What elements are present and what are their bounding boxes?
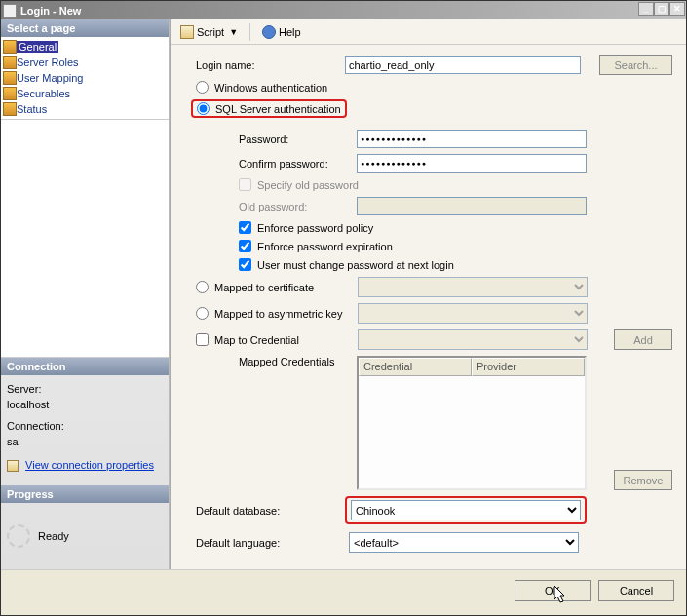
connection-heading: Connection (1, 358, 169, 375)
server-value: localhost (7, 399, 163, 410)
must-change-checkbox[interactable] (239, 258, 251, 271)
confirm-password-input[interactable] (357, 154, 587, 173)
mapped-credentials-table: Credential Provider (357, 356, 587, 490)
server-label: Server: (7, 383, 163, 395)
window-icon (3, 4, 17, 18)
toolbar: Script ▼ Help (171, 19, 686, 45)
progress-status: Ready (38, 530, 69, 542)
progress-heading: Progress (1, 485, 169, 503)
title-bar: Login - New _ ▢ ✕ (1, 1, 686, 19)
sidebar: Select a page General Server Roles User … (1, 19, 170, 569)
help-button[interactable]: Help (258, 23, 305, 41)
sidebar-item-user-mapping[interactable]: User Mapping (1, 70, 169, 86)
script-icon (180, 25, 194, 39)
remove-button: Remove (614, 470, 672, 490)
sidebar-item-server-roles[interactable]: Server Roles (1, 55, 169, 70)
mapped-cert-label: Mapped to certificate (214, 282, 358, 293)
sidebar-item-status[interactable]: Status (1, 101, 169, 117)
must-change-label: User must change password at next login (257, 259, 454, 271)
default-db-select[interactable]: Chinook (351, 500, 581, 520)
map-cred-label: Map to Credential (214, 334, 358, 346)
cancel-button[interactable]: Cancel (598, 580, 674, 601)
sidebar-item-general[interactable]: General (1, 39, 169, 55)
help-icon (262, 25, 276, 39)
windows-auth-radio[interactable] (196, 81, 209, 94)
specify-old-checkbox (239, 178, 251, 191)
progress-icon (7, 524, 30, 548)
add-button: Add (614, 329, 672, 350)
dialog-footer: OK Cancel (1, 569, 686, 614)
password-label: Password: (239, 134, 357, 145)
mapped-cert-radio[interactable] (196, 281, 209, 293)
sidebar-item-securables[interactable]: Securables (1, 86, 169, 101)
mapped-asym-select (358, 303, 588, 324)
select-page-heading: Select a page (1, 19, 169, 37)
specify-old-label: Specify old password (257, 179, 359, 191)
password-input[interactable] (357, 130, 587, 148)
default-lang-select[interactable]: <default> (349, 532, 579, 553)
login-name-input[interactable] (345, 56, 581, 74)
sql-auth-radio[interactable] (197, 102, 210, 115)
connection-label: Connection: (7, 420, 163, 432)
view-connection-properties-link[interactable]: View connection properties (25, 459, 154, 471)
close-button[interactable]: ✕ (669, 2, 685, 16)
properties-icon (7, 460, 19, 472)
sql-auth-label: SQL Server authentication (215, 103, 341, 115)
windows-auth-label: Windows authentication (214, 82, 327, 94)
search-button[interactable]: Search... (599, 55, 672, 75)
enforce-expiration-label: Enforce password expiration (257, 241, 393, 252)
enforce-expiration-checkbox[interactable] (239, 240, 251, 252)
minimize-button[interactable]: _ (638, 2, 654, 16)
map-cred-checkbox[interactable] (196, 333, 209, 346)
provider-column[interactable]: Provider (472, 358, 585, 376)
confirm-password-label: Confirm password: (239, 158, 357, 170)
enforce-policy-checkbox[interactable] (239, 221, 251, 234)
ok-button[interactable]: OK (515, 580, 591, 601)
default-db-label: Default database: (184, 505, 345, 517)
login-name-label: Login name: (184, 59, 345, 71)
credential-column[interactable]: Credential (359, 358, 472, 376)
mapped-asym-radio[interactable] (196, 307, 209, 320)
old-password-input (357, 197, 587, 215)
maximize-button[interactable]: ▢ (654, 2, 669, 16)
connection-value: sa (7, 436, 163, 447)
mapped-cert-select (358, 277, 588, 297)
map-cred-select (358, 329, 588, 350)
dropdown-caret-icon: ▼ (229, 27, 238, 37)
old-password-label: Old password: (239, 201, 357, 212)
enforce-policy-label: Enforce password policy (257, 222, 373, 234)
window-title: Login - New (20, 5, 81, 17)
mapped-creds-label: Mapped Credentials (239, 356, 357, 367)
default-lang-label: Default language: (184, 537, 345, 549)
mapped-asym-label: Mapped to asymmetric key (214, 308, 358, 320)
script-button[interactable]: Script ▼ (176, 23, 242, 41)
